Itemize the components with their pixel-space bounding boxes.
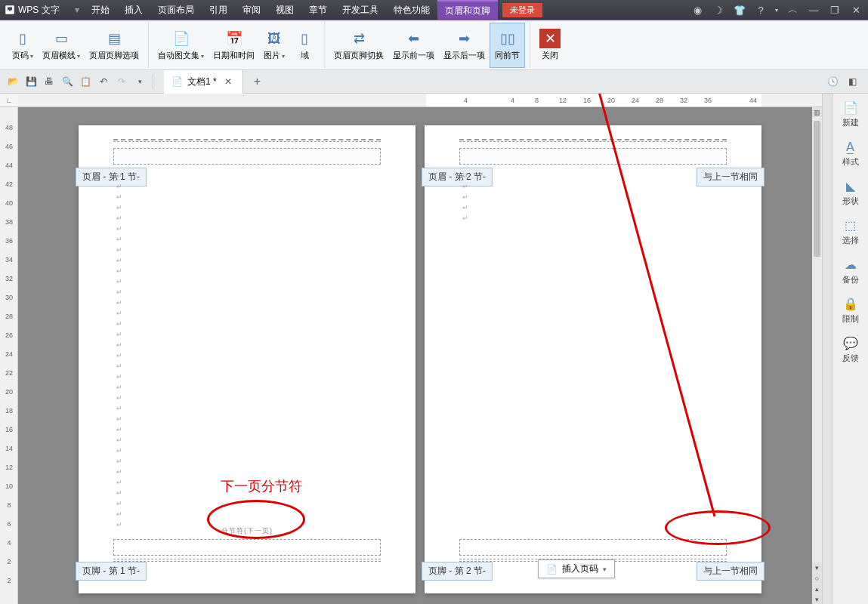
page2-header-same-tag: 与上一节相同 <box>697 168 765 186</box>
select-icon: ⬚ <box>843 217 858 233</box>
side-style[interactable]: A̲样式 <box>842 139 859 168</box>
close-window-icon[interactable]: ✕ <box>847 1 865 19</box>
side-feedback[interactable]: 💬反馈 <box>842 335 859 364</box>
same-prev-button[interactable]: ▯▯ 同前节 <box>490 23 525 68</box>
vruler-tick: 6 <box>3 520 15 528</box>
collapse-ribbon-icon[interactable]: ︿ <box>783 1 802 19</box>
vertical-scrollbar[interactable]: ▥ ▾ ○ ▴ ▾ <box>812 107 822 604</box>
scroll-thumb[interactable] <box>814 121 820 257</box>
insert-pagenum-caret-icon: ▾ <box>603 565 607 573</box>
page2-header-zone[interactable] <box>459 148 727 165</box>
tab-review[interactable]: 审阅 <box>235 0 268 20</box>
skin-icon[interactable]: 👕 <box>731 1 749 19</box>
same-prev-label: 同前节 <box>495 50 520 61</box>
page2-footer-zone[interactable] <box>459 539 727 556</box>
app-logo: WPS 文字 <box>0 4 70 17</box>
next-label: 显示后一项 <box>443 50 485 61</box>
side-backup[interactable]: ☁备份 <box>842 257 859 285</box>
print-preview-icon[interactable]: 🔍 <box>59 73 76 90</box>
document-tab[interactable]: 📄 文档1 * ✕ <box>164 70 243 94</box>
backup-icon: ☁ <box>843 257 858 272</box>
scroll-select-icon[interactable]: ○ <box>812 573 822 583</box>
right-sidebar: 📄新建 A̲样式 ◣形状 ⬚选择 ☁备份 🔒限制 💬反馈 <box>832 94 868 604</box>
insert-pagenum-button[interactable]: 📄 插入页码 ▾ <box>538 559 615 578</box>
field-icon: ▯ <box>294 29 315 48</box>
help-icon[interactable]: ? <box>752 1 770 19</box>
tab-insert[interactable]: 插入 <box>117 0 150 20</box>
clock-icon[interactable]: 🕓 <box>824 73 841 90</box>
page2-header-tag: 页眉 - 第 2 节- <box>422 168 493 186</box>
limit-icon: 🔒 <box>843 296 858 311</box>
prev-button[interactable]: ⬅ 显示前一项 <box>388 23 439 68</box>
picture-button[interactable]: 🖼 图片▾ <box>259 23 289 68</box>
doc-tab-label: 文档1 * <box>187 76 217 88</box>
tab-header-footer[interactable]: 页眉和页脚 <box>437 0 498 20</box>
workspace: ∟ 48464442403836343230282624222018161412… <box>0 94 868 604</box>
side-shape[interactable]: ◣形状 <box>842 178 859 207</box>
header-line-button[interactable]: ▭ 页眉横线▾ <box>38 23 85 68</box>
tab-special[interactable]: 特色功能 <box>386 0 437 20</box>
add-tab-icon[interactable]: + <box>245 75 270 88</box>
close-hf-icon: ✕ <box>539 29 561 48</box>
save-icon[interactable]: 💾 <box>23 73 39 90</box>
tab-section[interactable]: 章节 <box>301 0 335 20</box>
hruler-tick: 32 <box>680 97 687 104</box>
restore-icon[interactable]: ❐ <box>826 1 844 19</box>
undo-icon[interactable]: ↶ <box>95 73 112 90</box>
scroll-pane-split-icon[interactable]: ▥ <box>812 107 822 117</box>
qat-separator <box>153 75 153 88</box>
insert-pagenum-label: 插入页码 <box>562 562 598 575</box>
vruler-tick: 36 <box>3 237 15 245</box>
hruler-inner: 4481216202428323644 <box>426 94 761 106</box>
app-dropdown-icon[interactable]: ▾ <box>70 5 84 15</box>
page2-header-boundary <box>459 139 727 142</box>
field-button[interactable]: ▯ 域 <box>289 23 320 68</box>
side-limit[interactable]: 🔒限制 <box>842 296 859 325</box>
open-icon[interactable]: 📂 <box>5 73 21 90</box>
scroll-prev-page-icon[interactable]: ▴ <box>812 584 822 593</box>
qat-more-icon[interactable]: ▾ <box>131 73 148 90</box>
tab-reference[interactable]: 引用 <box>202 0 235 20</box>
scroll-next-page-icon[interactable]: ▾ <box>812 594 822 604</box>
document-canvas[interactable]: 4481216202428323644 页眉 - 第 1 节- ↵↵↵↵↵↵↵↵… <box>18 94 822 604</box>
help-dropdown-icon[interactable]: ▾ <box>773 1 780 19</box>
quick-access-toolbar: 📂 💾 🖶 🔍 📋 ↶ ↷ ▾ 📄 文档1 * ✕ + 🕓 ◧ <box>0 70 868 94</box>
minimize-icon[interactable]: — <box>805 1 823 19</box>
app-name: WPS 文字 <box>18 4 66 17</box>
close-hf-button[interactable]: ✕ 关闭 <box>535 23 565 68</box>
redo-icon[interactable]: ↷ <box>113 73 130 90</box>
ruler-corner: ∟ <box>0 94 18 107</box>
next-button[interactable]: ➡ 显示后一项 <box>439 23 490 68</box>
doc-tab-close-icon[interactable]: ✕ <box>221 76 235 87</box>
tab-devtools[interactable]: 开发工具 <box>335 0 386 20</box>
tab-start[interactable]: 开始 <box>84 0 117 20</box>
scroll-down-icon[interactable]: ▾ <box>812 562 822 572</box>
vruler-tick: 24 <box>3 350 15 358</box>
vruler-tick: 18 <box>3 407 15 414</box>
paste-icon[interactable]: 📋 <box>77 73 94 90</box>
switch-button[interactable]: ⇄ 页眉页脚切换 <box>329 23 388 68</box>
vruler-tick: 46 <box>3 143 15 150</box>
page1-footer-zone[interactable] <box>113 539 381 556</box>
pagecode-button[interactable]: ▯ 页码▾ <box>8 23 38 68</box>
panel-icon[interactable]: ◧ <box>844 73 860 90</box>
vruler-tick: 26 <box>3 331 15 339</box>
datetime-button[interactable]: 📅 日期和时间 <box>209 23 259 68</box>
side-new[interactable]: 📄新建 <box>842 100 859 128</box>
print-icon[interactable]: 🖶 <box>41 73 57 90</box>
side-select-label: 选择 <box>842 235 859 246</box>
sync-icon[interactable]: ◉ <box>688 1 706 19</box>
moon-icon[interactable]: ☽ <box>709 1 727 19</box>
hruler-tick: 36 <box>704 97 712 104</box>
page-2: 页眉 - 第 2 节- 与上一节相同 ↵↵↵↵↵ 页脚 - 第 2 节- 与上一… <box>425 125 761 593</box>
side-select[interactable]: ⬚选择 <box>842 217 859 246</box>
next-icon: ➡ <box>454 29 475 48</box>
autotext-button[interactable]: 📄 自动图文集▾ <box>153 23 209 68</box>
tab-pagelayout[interactable]: 页面布局 <box>150 0 202 20</box>
page1-header-zone[interactable] <box>113 148 381 165</box>
header-footer-opts-button[interactable]: ▤ 页眉页脚选项 <box>85 23 144 68</box>
tab-view[interactable]: 视图 <box>268 0 301 20</box>
header-footer-opts-label: 页眉页脚选项 <box>89 50 139 61</box>
ribbon-group-1: ▯ 页码▾ ▭ 页眉横线▾ ▤ 页眉页脚选项 <box>3 22 149 68</box>
login-badge[interactable]: 未登录 <box>502 3 542 17</box>
